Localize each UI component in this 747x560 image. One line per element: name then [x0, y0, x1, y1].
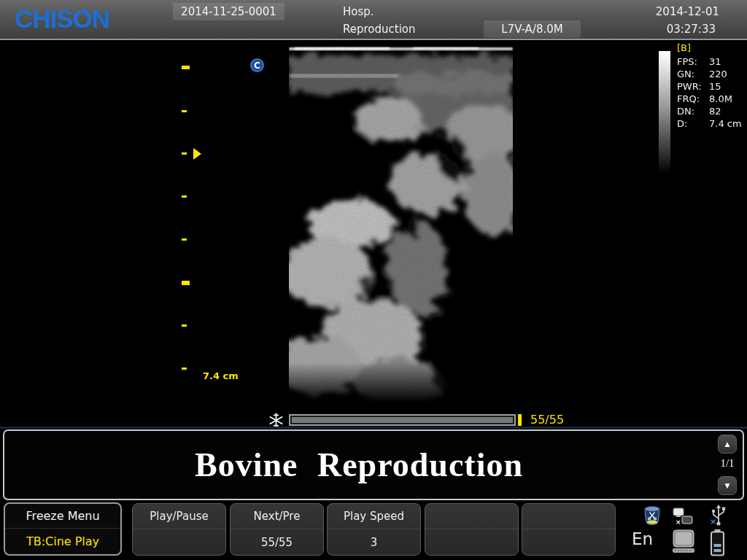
depth-tick — [182, 152, 187, 155]
softkey-label: Next/Pre — [231, 504, 323, 529]
param-row: D: 7.4 cm — [677, 117, 742, 130]
page-down-button[interactable]: ▼ — [718, 476, 737, 495]
depth-value-label: 7.4 cm — [203, 370, 239, 381]
param-row: FPS: 31 — [677, 55, 742, 68]
page-indicator: 1/1 — [716, 457, 738, 470]
softkey-value — [425, 529, 518, 555]
softkey-next-pre[interactable]: Next/Pre 55/55 — [230, 503, 324, 556]
probe-frequency-label: L7V-A/8.0M — [484, 20, 581, 38]
softkey-label: Play/Pause — [133, 504, 225, 529]
ultrasound-image — [289, 45, 513, 402]
param-value: 8.0M — [709, 93, 732, 105]
svg-text:×: × — [710, 517, 716, 526]
freeze-menu-button[interactable]: Freeze Menu TB:Cine Play — [4, 502, 122, 556]
usb-status-icon: × — [709, 504, 728, 526]
depth-tick — [182, 110, 187, 112]
bodymark-icon: C — [250, 58, 264, 72]
param-value: 31 — [709, 55, 721, 68]
cine-frame-counter: 55/55 — [530, 413, 564, 427]
param-row: FRQ: 8.0M — [677, 93, 742, 105]
param-value: 7.4 cm — [709, 117, 742, 130]
depth-tick — [182, 368, 187, 370]
system-date: 2014-12-01 — [656, 5, 719, 18]
softkey-empty-1[interactable] — [425, 503, 519, 556]
workstation-icon — [671, 529, 696, 554]
softkey-empty-2[interactable] — [522, 503, 616, 556]
system-time: 03:27:33 — [667, 23, 716, 36]
exam-type-label: Reproduction — [343, 23, 416, 36]
param-label: D: — [677, 117, 709, 130]
softkey-value — [522, 529, 615, 555]
focus-position-marker — [193, 148, 201, 160]
cine-progress-bar[interactable] — [289, 414, 516, 426]
mode-indicator: [B] — [677, 42, 742, 53]
param-label: PWR: — [677, 80, 709, 93]
svg-text:×: × — [676, 518, 681, 526]
trackball-function-label: TB:Cine Play — [5, 529, 120, 553]
param-label: GN: — [677, 68, 709, 80]
network-status-icon: × — [673, 508, 694, 526]
header-bar: CHISON 2014-11-25-0001 Hosp. Reproductio… — [0, 0, 747, 40]
softkey-value — [133, 529, 225, 555]
softkey-label — [522, 504, 615, 529]
ultrasound-screen: CHISON 2014-11-25-0001 Hosp. Reproductio… — [0, 0, 747, 560]
depth-tick — [182, 281, 190, 285]
image-parameters-panel: [B] FPS: 31 GN: 220 PWR: 15 FRQ: 8.0M DN… — [677, 42, 742, 130]
param-value: 220 — [709, 68, 727, 80]
softkey-value: 3 — [328, 529, 420, 555]
patient-id: 2014-11-25-0001 — [173, 3, 285, 20]
param-label: FRQ: — [677, 93, 709, 105]
hospital-label: Hosp. — [343, 5, 374, 18]
softkey-label — [425, 504, 518, 529]
depth-tick — [182, 238, 187, 241]
separator-line — [0, 427, 747, 429]
depth-tick — [182, 324, 187, 327]
arrow-down-icon: ▼ — [725, 482, 730, 489]
softkey-value: 55/55 — [231, 529, 323, 555]
softkey-play-pause[interactable]: Play/Pause — [132, 503, 226, 556]
recycle-bin-icon — [643, 505, 662, 526]
exam-title: Bovine Reproduction — [4, 431, 713, 499]
comment-panel[interactable]: Bovine Reproduction ▲ 1/1 ▼ — [3, 429, 744, 500]
brand-logo: CHISON — [15, 4, 109, 34]
cine-position-cursor[interactable] — [518, 414, 522, 426]
arrow-up-icon: ▲ — [725, 440, 730, 448]
param-row: DN: 82 — [677, 105, 742, 117]
freeze-indicator-icon — [268, 413, 284, 428]
param-value: 15 — [709, 80, 721, 93]
softkey-play-speed[interactable]: Play Speed 3 — [327, 503, 421, 556]
battery-status-icon — [709, 529, 726, 556]
param-value: 82 — [709, 105, 721, 117]
page-up-button[interactable]: ▲ — [718, 435, 737, 454]
param-label: FPS: — [677, 55, 709, 68]
param-row: GN: 220 — [677, 68, 742, 80]
depth-tick — [182, 66, 190, 69]
depth-tick — [182, 195, 187, 198]
freeze-menu-label: Freeze Menu — [5, 504, 120, 529]
language-indicator: En — [632, 529, 653, 548]
param-label: DN: — [677, 105, 709, 117]
param-row: PWR: 15 — [677, 80, 742, 93]
grayscale-map-bar — [659, 51, 670, 174]
softkey-label: Play Speed — [328, 504, 420, 529]
